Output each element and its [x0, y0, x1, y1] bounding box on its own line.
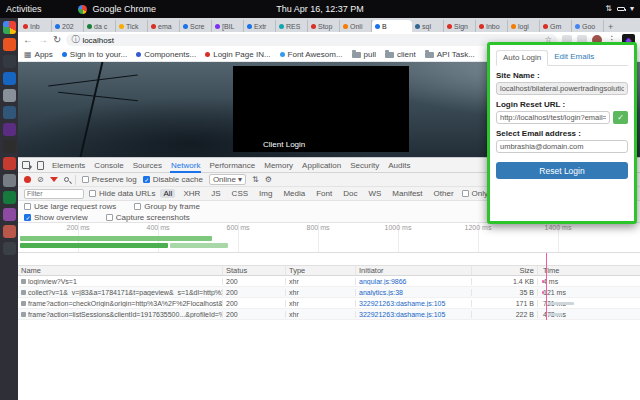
group-by-frame-checkbox[interactable]: Group by frame: [134, 202, 200, 211]
dock-icon[interactable]: [3, 21, 16, 34]
hide-data-urls-checkbox[interactable]: Hide data URLs: [89, 189, 155, 198]
dock-icon[interactable]: [3, 191, 16, 204]
record-icon[interactable]: [24, 176, 31, 183]
browser-tab[interactable]: Extr: [244, 20, 276, 32]
reset-url-field[interactable]: [496, 111, 610, 124]
col-status[interactable]: Status: [223, 266, 286, 275]
dock-icon[interactable]: [3, 89, 16, 102]
tab-audits[interactable]: Audits: [387, 158, 411, 173]
col-time[interactable]: Time: [538, 266, 640, 275]
filter-pill[interactable]: Manifest: [389, 189, 425, 198]
browser-tab[interactable]: sql: [412, 20, 444, 32]
browser-tab[interactable]: Tick: [116, 20, 148, 32]
filter-pill[interactable]: XHR: [180, 189, 203, 198]
tab-network[interactable]: Network: [170, 158, 201, 173]
tab-elements[interactable]: Elements: [51, 158, 86, 173]
search-icon[interactable]: [64, 177, 69, 182]
import-export-icon[interactable]: ⇅: [252, 176, 259, 184]
filter-pill[interactable]: CSS: [229, 189, 251, 198]
filter-pill[interactable]: JS: [208, 189, 223, 198]
activities-button[interactable]: Activities: [6, 4, 42, 14]
filter-pill[interactable]: Doc: [340, 189, 360, 198]
device-toolbar-icon[interactable]: [37, 161, 44, 170]
tab-console[interactable]: Console: [93, 158, 124, 173]
tab-security[interactable]: Security: [349, 158, 380, 173]
inspect-element-icon[interactable]: [22, 161, 30, 169]
bookmark-item[interactable]: Font Awesom...: [280, 50, 343, 59]
bookmark-folder[interactable]: API Task...: [425, 50, 475, 59]
dock-icon[interactable]: [3, 174, 16, 187]
chevron-down-icon[interactable]: ▾: [630, 5, 634, 13]
cell-initiator[interactable]: 322921263:dashame.js:105: [356, 311, 472, 318]
email-field[interactable]: [496, 140, 628, 153]
back-icon[interactable]: ←: [23, 35, 33, 45]
dock-icon[interactable]: [3, 123, 16, 136]
bookmark-folder[interactable]: client: [385, 50, 416, 59]
tab-performance[interactable]: Performance: [208, 158, 256, 173]
cell-initiator[interactable]: analytics.js:38: [356, 289, 472, 296]
tab-auto-login[interactable]: Auto Login: [496, 50, 548, 66]
dock-icon[interactable]: [3, 55, 16, 68]
reload-icon[interactable]: ↻: [53, 35, 61, 45]
gear-icon[interactable]: ⚙: [265, 176, 272, 184]
browser-tab[interactable]: Sign: [444, 20, 476, 32]
dock-icon[interactable]: [3, 72, 16, 85]
browser-tab[interactable]: [BIL: [212, 20, 244, 32]
browser-tab[interactable]: Scre: [180, 20, 212, 32]
disable-cache-checkbox[interactable]: Disable cache: [143, 175, 203, 184]
reset-login-button[interactable]: Reset Login: [496, 162, 628, 179]
col-initiator[interactable]: Initiator: [356, 266, 472, 275]
browser-tab-active[interactable]: B: [372, 20, 412, 32]
clear-icon[interactable]: ⊘: [37, 176, 44, 184]
dock-icon[interactable]: [3, 140, 16, 153]
bookmark-item[interactable]: Sign in to your...: [62, 50, 127, 59]
use-large-rows-checkbox[interactable]: Use large request rows: [24, 202, 116, 211]
tab-application[interactable]: Application: [301, 158, 342, 173]
address-bar[interactable]: ⓘ localhost ☆: [66, 34, 557, 46]
focused-app-name[interactable]: Google Chrome: [93, 4, 157, 14]
col-size[interactable]: Size: [472, 266, 538, 275]
filter-pill[interactable]: Font: [313, 189, 335, 198]
throttling-select[interactable]: Online▾: [209, 174, 246, 185]
filter-pill[interactable]: Media: [280, 189, 308, 198]
filter-pill[interactable]: WS: [365, 189, 384, 198]
network-icon[interactable]: ⇅: [605, 5, 612, 13]
filter-input[interactable]: [24, 189, 84, 199]
filter-funnel-icon[interactable]: [50, 177, 58, 182]
tab-memory[interactable]: Memory: [263, 158, 294, 173]
dock-icon[interactable]: [3, 38, 16, 51]
dock-icon[interactable]: [3, 208, 16, 221]
browser-tab[interactable]: Onli: [340, 20, 372, 32]
dock-icon[interactable]: [3, 106, 16, 119]
battery-icon[interactable]: [617, 7, 625, 11]
bookmark-folder[interactable]: pull: [352, 50, 376, 59]
browser-tab[interactable]: Inbo: [476, 20, 508, 32]
browser-tab[interactable]: Goo: [572, 20, 604, 32]
browser-tab[interactable]: da c: [84, 20, 116, 32]
filter-pill-all[interactable]: All: [160, 189, 175, 198]
capture-screenshots-checkbox[interactable]: Capture screenshots: [106, 213, 190, 222]
new-tab-button[interactable]: +: [604, 23, 617, 32]
video-player[interactable]: Client Login: [233, 66, 409, 152]
apps-shortcut[interactable]: ▦Apps: [24, 50, 53, 59]
tab-edit-emails[interactable]: Edit Emails: [548, 50, 600, 65]
show-overview-checkbox[interactable]: Show overview: [24, 213, 88, 222]
browser-tab[interactable]: Inb: [20, 20, 52, 32]
confirm-url-button[interactable]: ✓: [613, 111, 628, 124]
browser-tab[interactable]: 202: [52, 20, 84, 32]
site-info-icon[interactable]: ⓘ: [71, 36, 79, 44]
bookmark-item[interactable]: Login Page IN...: [205, 50, 270, 59]
browser-tab[interactable]: ema: [148, 20, 180, 32]
dock-icon[interactable]: [3, 242, 16, 255]
network-overview-timeline[interactable]: 200 ms 400 ms 600 ms 800 ms 1000 ms 1200…: [18, 223, 640, 253]
site-name-field[interactable]: [496, 82, 628, 95]
cell-initiator[interactable]: angular.js:9866: [356, 278, 472, 285]
cell-initiator[interactable]: 322921263:dashame.js:105: [356, 300, 472, 307]
dock-icon[interactable]: [3, 225, 16, 238]
col-name[interactable]: Name: [18, 266, 223, 275]
browser-tab[interactable]: Stop: [308, 20, 340, 32]
forward-icon[interactable]: →: [38, 35, 48, 45]
dock-icon[interactable]: [3, 157, 16, 170]
browser-tab[interactable]: Gm: [540, 20, 572, 32]
browser-tab[interactable]: logi: [508, 20, 540, 32]
